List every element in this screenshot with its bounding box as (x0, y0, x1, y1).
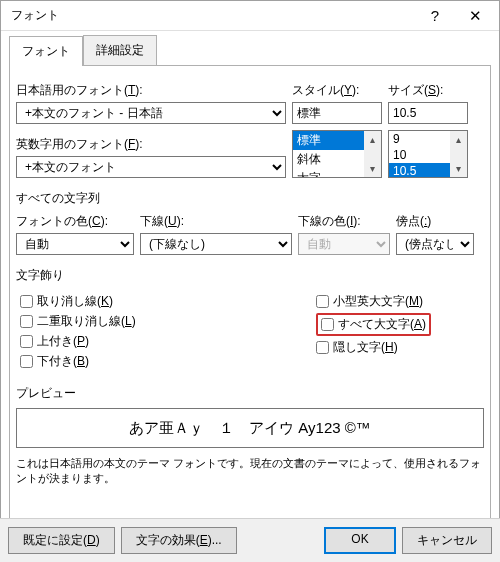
help-button[interactable]: ? (415, 2, 455, 30)
tabstrip: フォント 詳細設定 (1, 31, 499, 65)
style-input[interactable] (292, 102, 382, 124)
decoration-label: 文字飾り (16, 267, 484, 284)
font-color-label: フォントの色(C): (16, 213, 134, 230)
tab-advanced[interactable]: 詳細設定 (83, 35, 157, 65)
set-default-button[interactable]: 既定に設定(D) (8, 527, 115, 554)
small-caps-checkbox[interactable]: 小型英大文字(M) (316, 293, 484, 310)
size-listbox[interactable]: 9 10 10.5 ▴▾ (388, 130, 468, 178)
emphasis-select[interactable]: (傍点なし) (396, 233, 474, 255)
chevron-up-icon[interactable]: ▴ (450, 131, 467, 148)
underline-color-label: 下線の色(I): (298, 213, 390, 230)
latin-font-select[interactable]: +本文のフォント (16, 156, 286, 178)
cancel-button[interactable]: キャンセル (402, 527, 492, 554)
latin-font-label: 英数字用のフォント(F): (16, 136, 286, 153)
hidden-checkbox[interactable]: 隠し文字(H) (316, 339, 484, 356)
window-title: フォント (11, 7, 415, 24)
chevron-down-icon[interactable]: ▾ (364, 160, 381, 177)
style-label: スタイル(Y): (292, 82, 382, 99)
ok-button[interactable]: OK (324, 527, 396, 554)
scrollbar[interactable]: ▴▾ (364, 131, 381, 177)
dialog-footer: 既定に設定(D) 文字の効果(E)... OK キャンセル (0, 518, 500, 562)
strikethrough-checkbox[interactable]: 取り消し線(K) (20, 293, 316, 310)
all-caps-checkbox[interactable] (321, 318, 334, 331)
text-effects-button[interactable]: 文字の効果(E)... (121, 527, 237, 554)
scrollbar[interactable]: ▴▾ (450, 131, 467, 177)
jp-font-select[interactable]: +本文のフォント - 日本語 (16, 102, 286, 124)
tab-font[interactable]: フォント (9, 36, 83, 66)
all-chars-label: すべての文字列 (16, 190, 484, 207)
chevron-up-icon[interactable]: ▴ (364, 131, 381, 148)
jp-font-label: 日本語用のフォント(T): (16, 82, 286, 99)
size-label: サイズ(S): (388, 82, 468, 99)
font-panel: 日本語用のフォント(T): +本文のフォント - 日本語 スタイル(Y): サイ… (9, 65, 491, 525)
superscript-checkbox[interactable]: 上付き(P) (20, 333, 316, 350)
titlebar: フォント ? ✕ (1, 1, 499, 31)
theme-note: これは日本語用の本文のテーマ フォントです。現在の文書のテーマによって、使用され… (16, 456, 484, 487)
preview-label: プレビュー (16, 385, 484, 402)
all-caps-highlight: すべて大文字(A) (316, 313, 431, 336)
underline-color-select: 自動 (298, 233, 390, 255)
emphasis-label: 傍点(:) (396, 213, 474, 230)
dbl-strikethrough-checkbox[interactable]: 二重取り消し線(L) (20, 313, 316, 330)
underline-select[interactable]: (下線なし) (140, 233, 292, 255)
size-input[interactable] (388, 102, 468, 124)
chevron-down-icon[interactable]: ▾ (450, 160, 467, 177)
close-button[interactable]: ✕ (455, 2, 495, 30)
underline-label: 下線(U): (140, 213, 292, 230)
preview-box: あア亜Ａｙ １ アイウ Ay123 ©™ (16, 408, 484, 448)
subscript-checkbox[interactable]: 下付き(B) (20, 353, 316, 370)
style-listbox[interactable]: 標準 斜体 太字 ▴▾ (292, 130, 382, 178)
font-color-select[interactable]: 自動 (16, 233, 134, 255)
